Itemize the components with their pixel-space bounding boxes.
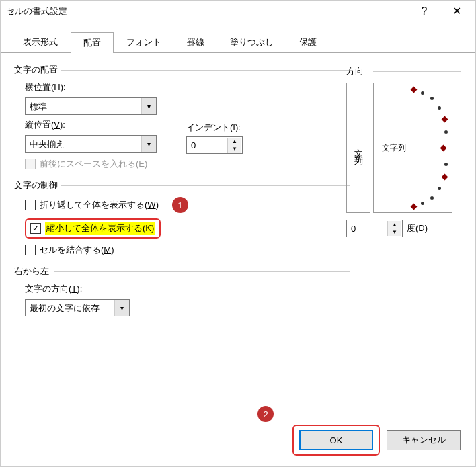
control-group-label: 文字の制御 <box>14 179 350 192</box>
justify-space-label: 前後にスペースを入れる(E) <box>40 158 147 170</box>
control-group: 文字の制御 折り返して全体を表示する(W) 1 ✓ 縮小して全体を表示する(K) <box>14 179 350 256</box>
rtl-group: 右から左 文字の方向(T): 最初の文字に依存 ▾ <box>14 265 350 316</box>
text-direction-select[interactable]: 最初の文字に依存 <box>25 299 130 316</box>
wrap-text-checkbox[interactable] <box>25 200 36 210</box>
dial-dot-icon <box>438 187 441 190</box>
close-button[interactable]: ✕ <box>443 2 470 21</box>
alignment-group: 文字の配置 横位置(H): 標準 ▾ <box>14 64 350 170</box>
dial-text-label: 文字列 <box>382 142 406 154</box>
horizontal-select[interactable]: 標準 <box>25 97 157 115</box>
tab-alignment[interactable]: 配置 <box>71 32 114 53</box>
tab-protection[interactable]: 保護 <box>286 32 329 52</box>
tab-font[interactable]: フォント <box>114 32 174 52</box>
degree-spinner[interactable]: ▲ ▼ <box>346 220 403 237</box>
dial-dot-icon <box>430 97 434 100</box>
degree-input[interactable] <box>347 220 387 237</box>
spinner-up-icon[interactable]: ▲ <box>228 138 241 145</box>
annotation-2-badge: 2 <box>257 406 274 422</box>
dial-marker-icon <box>411 204 418 210</box>
dial-dot-icon <box>444 130 448 134</box>
vertical-text-button[interactable]: 文字列 <box>346 83 370 213</box>
spinner-up-icon[interactable]: ▲ <box>388 221 401 228</box>
tab-content: 文字の配置 横位置(H): 標準 ▾ <box>1 53 475 337</box>
dial-marker-icon <box>411 87 418 93</box>
alignment-group-label: 文字の配置 <box>14 64 350 76</box>
degree-label: 度(D) <box>407 222 428 235</box>
annotation-1-box: ✓ 縮小して全体を表示する(K) <box>25 218 161 239</box>
annotation-1-badge: 1 <box>172 197 188 213</box>
spinner-down-icon[interactable]: ▼ <box>388 228 401 236</box>
horizontal-label: 横位置(H): <box>25 81 350 93</box>
orientation-dial[interactable]: 文字列 <box>373 83 452 213</box>
shrink-fit-checkbox[interactable]: ✓ <box>30 223 41 234</box>
justify-space-checkbox <box>25 159 36 169</box>
merge-cells-checkbox[interactable] <box>25 245 36 255</box>
tab-number[interactable]: 表示形式 <box>10 32 71 52</box>
shrink-fit-label: 縮小して全体を表示する(K) <box>45 222 155 235</box>
indent-input[interactable] <box>187 137 227 153</box>
orientation-group: 方向 文字列 文字列 <box>346 65 461 237</box>
orientation-group-label: 方向 <box>346 65 461 77</box>
dial-marker-icon <box>442 174 448 181</box>
dial-dot-icon <box>430 196 434 200</box>
annotation-2-box: OK <box>292 425 380 456</box>
cancel-button[interactable]: キャンセル <box>387 430 461 450</box>
indent-label: インデント(I): <box>186 122 243 134</box>
wrap-text-label: 折り返して全体を表示する(W) <box>40 199 159 211</box>
tab-fill[interactable]: 塗りつぶし <box>217 32 286 52</box>
dial-marker-icon <box>442 116 448 123</box>
spinner-down-icon[interactable]: ▼ <box>228 145 241 153</box>
help-button[interactable]: ? <box>411 2 438 21</box>
titlebar: セルの書式設定 ? ✕ <box>1 1 475 22</box>
format-cells-dialog: セルの書式設定 ? ✕ 表示形式 配置 フォント 罫線 塗りつぶし 保護 文字の… <box>0 0 476 467</box>
dial-dot-icon <box>421 91 424 95</box>
dial-dot-icon <box>421 202 424 205</box>
indent-spinner[interactable]: ▲ ▼ <box>186 136 243 154</box>
tab-strip: 表示形式 配置 フォント 罫線 塗りつぶし 保護 <box>1 22 475 53</box>
text-direction-label: 文字の方向(T): <box>25 283 350 295</box>
dial-dot-icon <box>444 163 448 166</box>
dial-line <box>410 148 442 148</box>
tab-border[interactable]: 罫線 <box>174 32 217 52</box>
dialog-footer: 2 OK キャンセル <box>292 425 461 456</box>
ok-button[interactable]: OK <box>299 430 373 450</box>
rtl-group-label: 右から左 <box>14 265 350 278</box>
dial-handle-icon[interactable] <box>440 145 447 152</box>
dial-dot-icon <box>438 106 441 110</box>
merge-cells-label: セルを結合する(M) <box>40 244 114 256</box>
dialog-title: セルの書式設定 <box>6 5 411 17</box>
vertical-select[interactable]: 中央揃え <box>25 135 157 153</box>
